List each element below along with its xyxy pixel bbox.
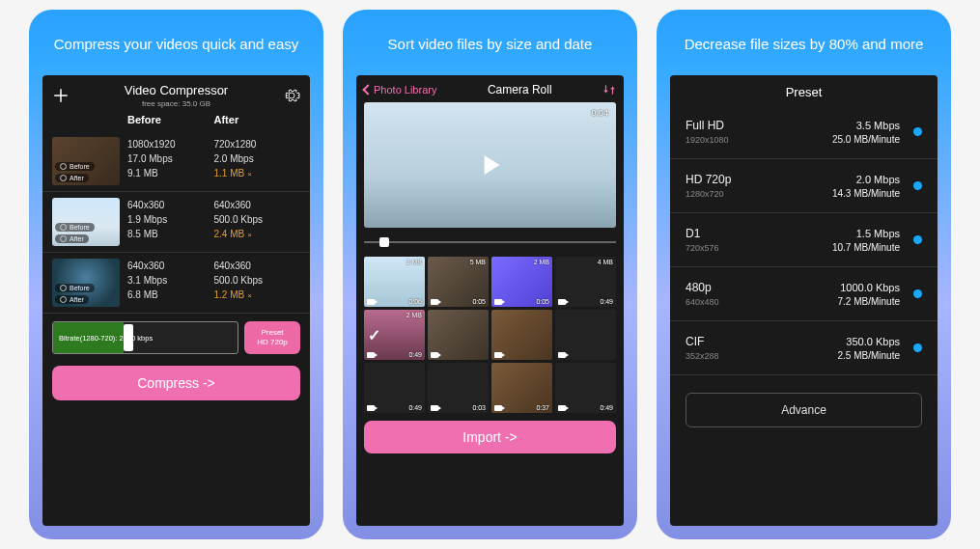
panel-library: Sort video files by size and date Photo … [343,10,637,539]
badge-after[interactable]: After [55,174,89,182]
preset-bitrate: 3.5 Mbps [856,120,900,131]
bitrate-slider[interactable]: Bitrate(1280-720): 2000 kbps [52,321,238,354]
after-bitrate: 500.0 Kbps [214,214,301,225]
preset-row[interactable]: 480p 640x480 1000.0 Kbps 7.2 MB/Minute [670,267,938,321]
preset-name: CIF [686,335,719,348]
library-title: Camera Roll [488,83,552,96]
compress-button[interactable]: Compress -> [52,366,300,400]
video-cell[interactable]: 4 MB 0:49 [555,257,616,307]
preset-btn-line1: Preset [261,328,283,338]
cell-size: 5 MB [470,259,486,265]
free-space-label: free space: 35.0 GB [125,99,228,108]
radio-icon[interactable] [913,127,922,136]
cell-duration: 0:03 [472,404,486,411]
before-bitrate: 17.0 Mbps [127,153,214,164]
preview-duration: 0:04 [591,108,608,118]
video-thumbnail[interactable]: Before After [52,137,120,185]
radio-icon[interactable] [913,289,922,298]
eye-icon [60,296,67,303]
cell-duration: 0:49 [408,351,422,358]
preset-title: Preset [670,75,938,105]
cell-size: 3 MB [406,259,422,265]
badge-after[interactable]: After [55,295,89,304]
camera-icon [494,405,502,411]
video-cell[interactable]: 5 MB 0:05 [428,257,489,307]
before-size: 6.8 MB [127,289,214,300]
after-resolution: 640x360 [214,200,301,210]
after-size: 1.2 MB× [214,289,301,300]
col-before: Before [127,114,214,125]
video-cell[interactable] [428,310,489,360]
badge-before[interactable]: Before [55,284,95,292]
preset-row[interactable]: HD 720p 1280x720 2.0 Mbps 14.3 MB/Minute [670,159,938,213]
preset-name: D1 [686,227,719,240]
preset-row[interactable]: Full HD 1920x1080 3.5 Mbps 25.0 MB/Minut… [670,105,938,159]
cell-size: 2 MB [406,312,422,318]
video-thumbnail[interactable]: Before After [52,259,120,307]
badge-before[interactable]: Before [55,223,95,232]
video-cell[interactable]: 0:49 [555,363,616,413]
camera-icon [367,405,375,411]
after-resolution: 720x1280 [214,139,301,150]
hero-text-1: Compress your videos quick and easy [42,21,310,75]
import-button[interactable]: Import -> [364,421,616,453]
video-preview[interactable]: 0:04 [364,102,616,228]
advance-button[interactable]: Advance [686,393,922,427]
video-thumbnail[interactable]: Before After [52,198,120,246]
preset-dimensions: 720x576 [686,243,719,253]
preset-dimensions: 1280x720 [686,189,731,199]
badge-after[interactable]: After [55,234,89,243]
preset-bitrate: 2.0 Mbps [856,174,900,185]
preset-row[interactable]: D1 720x576 1.5 Mbps 10.7 MB/Minute [670,213,938,267]
preset-name: Full HD [686,119,729,132]
gear-icon[interactable] [283,87,300,104]
eye-icon [60,175,67,181]
cell-duration: 0:06 [408,298,422,305]
hero-text-2: Sort video files by size and date [356,21,624,75]
before-resolution: 640x360 [127,261,214,271]
video-cell[interactable]: 0:37 [491,363,552,413]
camera-icon [494,299,502,305]
preset-bitrate: 1.5 Mbps [856,228,900,239]
topbar: Video Compressor free space: 35.0 GB [42,75,310,112]
preset-dimensions: 1920x1080 [686,135,729,145]
badge-before[interactable]: Before [55,162,95,171]
preset-bitrate: 350.0 Kbps [846,336,900,347]
video-cell[interactable]: 2 MB 0:05 [491,257,552,307]
before-size: 8.5 MB [127,229,214,239]
video-cell[interactable]: 2 MB 0:49 [364,310,425,360]
column-headers: Before After [42,112,310,131]
preset-name: HD 720p [686,173,731,186]
preset-btn-line2: HD 720p [257,338,288,347]
topbar: Photo Library Camera Roll [356,75,624,102]
cell-duration: 0:37 [536,404,549,411]
phone-screen-3: Preset Full HD 1920x1080 3.5 Mbps 25.0 M… [670,75,938,526]
after-resolution: 640x360 [214,261,301,271]
bitrate-controls: Bitrate(1280-720): 2000 kbps Preset HD 7… [42,314,310,362]
plus-icon[interactable] [52,87,70,104]
video-row[interactable]: Before After 640x360 1.9 Mbps 8.5 MB 640… [42,192,310,253]
video-row[interactable]: Before After 1080x1920 17.0 Mbps 9.1 MB … [42,131,310,192]
video-cell[interactable] [491,310,552,360]
back-button[interactable]: Photo Library [364,84,436,96]
video-cell[interactable] [555,310,616,360]
video-cell[interactable]: 0:49 [364,363,425,413]
after-size: 2.4 MB× [214,229,301,239]
timeline-knob[interactable] [379,237,389,247]
video-cell[interactable]: 0:03 [428,363,489,413]
before-resolution: 640x360 [127,200,214,210]
sort-icon[interactable] [602,83,616,96]
preset-button[interactable]: Preset HD 720p [244,321,300,354]
play-icon[interactable] [484,155,499,175]
video-cell[interactable]: 3 MB 0:06 [364,257,425,307]
camera-icon [431,405,438,411]
timeline-slider[interactable] [364,237,616,247]
radio-icon[interactable] [913,343,922,352]
cell-size: 2 MB [534,259,549,265]
video-row[interactable]: Before After 640x360 3.1 Mbps 6.8 MB 640… [42,253,310,314]
radio-icon[interactable] [913,235,922,244]
radio-icon[interactable] [913,181,922,190]
preset-row[interactable]: CIF 352x288 350.0 Kbps 2.5 MB/Minute [670,321,938,375]
hero-text-3: Decrease file sizes by 80% and more [670,21,938,75]
before-size: 9.1 MB [127,168,214,178]
